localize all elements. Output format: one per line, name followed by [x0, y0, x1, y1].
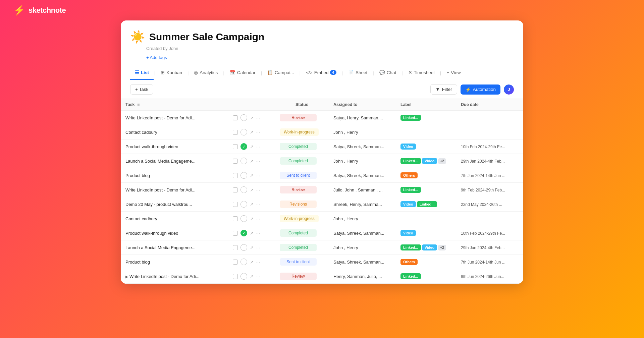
assigned-cell: John , Henry — [329, 240, 396, 255]
assigned-cell: John , Henry — [329, 125, 396, 139]
task-actions-cell: ↗ ··· — [228, 183, 275, 197]
filter-icon: ▼ — [435, 87, 440, 92]
more-options-icon[interactable]: ··· — [256, 274, 260, 279]
more-options-icon[interactable]: ··· — [256, 144, 260, 149]
status-cell: Completed — [275, 226, 329, 240]
external-link-icon[interactable]: ↗ — [250, 274, 254, 279]
row-actions: ↗ ··· — [233, 172, 270, 179]
task-circle-button[interactable] — [240, 114, 247, 121]
more-options-icon[interactable]: ··· — [256, 115, 260, 120]
expand-icon[interactable]: ▶ — [125, 275, 128, 279]
more-options-icon[interactable]: ··· — [256, 173, 260, 178]
table-row: Demo 20 May - product walktrou... ↗ ··· … — [121, 197, 523, 212]
task-actions-cell: ↗ ··· — [228, 197, 275, 212]
tab-list[interactable]: ☰ List — [130, 66, 154, 80]
task-circle-button[interactable] — [240, 201, 247, 208]
label-badge: Video — [422, 244, 437, 250]
task-circle-button[interactable] — [240, 186, 247, 193]
table-row: Write LinkedIn post - Demo for Adi... ↗ … — [121, 183, 523, 197]
external-link-icon[interactable]: ↗ — [250, 115, 254, 120]
external-link-icon[interactable]: ↗ — [250, 130, 254, 135]
task-checkbox[interactable] — [233, 130, 238, 135]
add-task-button[interactable]: + Task — [130, 84, 153, 95]
task-actions-cell: ↗ ··· — [228, 125, 275, 139]
task-checkbox[interactable] — [233, 187, 238, 192]
assigned-cell: John , Henry — [329, 212, 396, 226]
more-options-icon[interactable]: ··· — [256, 202, 260, 207]
status-badge: Work-in-progress — [280, 128, 319, 136]
calendar-icon: 📅 — [230, 70, 235, 75]
tab-campai[interactable]: 📋 Campai... — [263, 66, 299, 80]
assigned-names: Satya, Henry, Samman,... — [333, 115, 383, 120]
more-options-icon[interactable]: ··· — [256, 245, 260, 250]
task-checkbox[interactable] — [233, 115, 238, 120]
label-cell: Linked... — [396, 269, 456, 284]
task-circle-button[interactable] — [240, 129, 247, 135]
task-actions-cell: ↗ ··· — [228, 154, 275, 168]
external-link-icon[interactable]: ↗ — [250, 216, 254, 221]
due-date: 9th Feb 2024-29th Feb... — [461, 188, 505, 192]
row-actions: ↗ ··· — [233, 273, 270, 280]
task-checkbox[interactable] — [233, 274, 238, 279]
automation-button[interactable]: ⚡ Automation — [461, 84, 500, 95]
task-checkbox[interactable] — [233, 245, 238, 250]
timesheet-icon: ✕ — [408, 70, 412, 75]
external-link-icon[interactable]: ↗ — [250, 144, 254, 149]
task-complete-icon[interactable]: ✓ — [240, 230, 247, 236]
task-name: Demo 20 May - product walktrou... — [125, 202, 192, 207]
external-link-icon[interactable]: ↗ — [250, 187, 254, 192]
status-badge: Completed — [280, 143, 317, 150]
more-options-icon[interactable]: ··· — [256, 231, 260, 236]
task-name-cell: Write LinkedIn post - Demo for Adi... — [121, 183, 228, 197]
more-options-icon[interactable]: ··· — [256, 187, 260, 192]
task-circle-button[interactable] — [240, 215, 247, 222]
task-checkbox[interactable] — [233, 202, 238, 207]
task-circle-button[interactable] — [240, 259, 247, 265]
tab-analytics[interactable]: ◎ Analytics — [189, 66, 222, 80]
more-options-icon[interactable]: ··· — [256, 159, 260, 164]
external-link-icon[interactable]: ↗ — [250, 202, 254, 207]
tab-calendar[interactable]: 📅 Calendar — [225, 66, 260, 80]
task-actions-cell: ↗ ··· — [228, 111, 275, 125]
tab-timesheet[interactable]: ✕ Timesheet — [404, 66, 440, 80]
task-name-cell: Product blog — [121, 255, 228, 269]
assigned-cell: Satya, Shreek, Samman... — [329, 255, 396, 269]
task-name-cell: Contact cadbury — [121, 212, 228, 226]
status-column-header: Status — [275, 99, 329, 111]
task-checkbox[interactable] — [233, 260, 238, 265]
assigned-names: Henry, Samman, Julio, ... — [333, 274, 382, 279]
external-link-icon[interactable]: ↗ — [250, 173, 254, 178]
task-circle-button[interactable] — [240, 158, 247, 164]
due-date: 22nd May 2024-26th ... — [461, 202, 502, 207]
external-link-icon[interactable]: ↗ — [250, 159, 254, 164]
tab-embed[interactable]: </> Embed 4 — [301, 66, 341, 80]
label-cell: Linked... — [396, 111, 456, 125]
external-link-icon[interactable]: ↗ — [250, 231, 254, 236]
task-checkbox[interactable] — [233, 144, 238, 149]
task-complete-icon[interactable]: ✓ — [240, 143, 247, 150]
more-options-icon[interactable]: ··· — [256, 260, 260, 265]
more-options-icon[interactable]: ··· — [256, 130, 260, 135]
external-link-icon[interactable]: ↗ — [250, 260, 254, 265]
status-badge: Completed — [280, 229, 317, 237]
more-options-icon[interactable]: ··· — [256, 216, 260, 221]
add-tags-button[interactable]: + Add tags — [146, 55, 167, 60]
task-circle-button[interactable] — [240, 244, 247, 251]
task-circle-button[interactable] — [240, 172, 247, 179]
card-header: ☀️ Summer Sale Campaign Created by John … — [121, 30, 523, 66]
task-checkbox[interactable] — [233, 216, 238, 221]
tab-sheet[interactable]: 📄 Sheet — [343, 66, 372, 80]
task-checkbox[interactable] — [233, 173, 238, 178]
row-actions: ✓ ↗ ··· — [233, 143, 270, 150]
filter-button[interactable]: ▼ Filter — [430, 84, 457, 95]
task-checkbox[interactable] — [233, 159, 238, 164]
tab-view[interactable]: + View — [442, 66, 465, 80]
tab-kanban[interactable]: ⊞ Kanban — [156, 66, 187, 80]
tab-chat[interactable]: 💬 Chat — [375, 66, 401, 80]
external-link-icon[interactable]: ↗ — [250, 245, 254, 250]
task-name: Product blog — [125, 260, 150, 265]
task-circle-button[interactable] — [240, 273, 247, 280]
user-avatar[interactable]: J — [504, 84, 514, 95]
task-col-menu-icon[interactable]: ≡ — [137, 102, 140, 107]
task-checkbox[interactable] — [233, 231, 238, 236]
